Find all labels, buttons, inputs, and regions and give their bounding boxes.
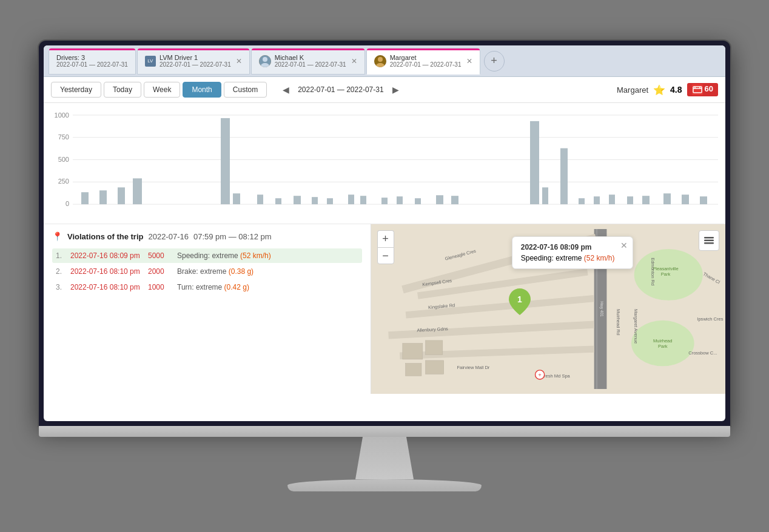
svg-text:750: 750 — [58, 133, 69, 141]
svg-rect-46 — [642, 196, 650, 204]
tab-lvm-icon: LV — [145, 56, 156, 67]
tab-lvm-date: 2022-07-01 — 2022-07-31 — [160, 61, 231, 68]
map-zoom-controls: + − — [377, 230, 394, 264]
tab-michael-avatar — [259, 55, 271, 67]
violation-2-time: 2022-07-16 08:10 pm — [70, 267, 143, 276]
svg-rect-35 — [397, 196, 403, 204]
tabs-bar: Drivers: 3 2022-07-01 — 2022-07-31 LV LV… — [44, 45, 725, 77]
violation-row-3[interactable]: 3. 2022-07-16 08:10 pm 1000 Turn: extrem… — [52, 280, 362, 294]
svg-rect-81 — [425, 361, 443, 374]
svg-rect-49 — [700, 196, 707, 204]
violations-date: 2022-07-16 — [148, 232, 189, 241]
current-date-range: 2022-07-01 — 2022-07-31 — [298, 85, 383, 94]
map-marker-1[interactable]: 1 — [509, 288, 531, 318]
period-month[interactable]: Month — [183, 82, 221, 98]
svg-point-4 — [378, 57, 383, 62]
svg-rect-84 — [704, 237, 714, 239]
driver-score-badge: 60 — [687, 83, 718, 96]
svg-rect-27 — [257, 195, 263, 204]
tab-michael-close[interactable]: ✕ — [351, 58, 357, 65]
svg-text:1: 1 — [517, 294, 522, 304]
violation-1-time: 2022-07-16 08:09 pm — [70, 251, 143, 260]
svg-rect-38 — [451, 196, 458, 204]
driver-score-value: 4.8 — [670, 85, 682, 95]
map-background: Pleasantville Park Muirhead Park — [371, 224, 725, 394]
tab-margaret[interactable]: Margaret 2022-07-01 — 2022-07-31 ✕ — [366, 48, 480, 75]
svg-rect-36 — [415, 198, 421, 204]
svg-rect-28 — [275, 198, 281, 204]
tab-lvm-title: LVM Driver 1 — [160, 54, 231, 61]
violation-2-num: 2. — [56, 267, 65, 276]
violation-3-num: 3. — [56, 283, 65, 291]
svg-text:0: 0 — [65, 200, 69, 207]
svg-rect-34 — [381, 198, 388, 204]
svg-text:Fairview Mall Dr: Fairview Mall Dr — [457, 365, 489, 370]
period-week[interactable]: Week — [144, 82, 180, 98]
svg-text:Crossbow C...: Crossbow C... — [688, 350, 717, 356]
violation-1-num: 1. — [56, 251, 65, 260]
tab-lvm[interactable]: LV LVM Driver 1 2022-07-01 — 2022-07-31 … — [137, 48, 250, 75]
map-panel[interactable]: Pleasantville Park Muirhead Park — [371, 224, 725, 394]
svg-rect-32 — [348, 195, 354, 204]
svg-rect-39 — [530, 121, 539, 204]
svg-rect-86 — [704, 242, 714, 244]
map-tooltip-date: 2022-07-16 08:09 pm — [521, 243, 624, 251]
violation-row-2[interactable]: 2. 2022-07-16 08:10 pm 2000 Brake: extre… — [52, 264, 362, 279]
svg-text:Margaret Avenue: Margaret Avenue — [633, 309, 638, 344]
svg-rect-33 — [360, 196, 366, 204]
star-icon: ⭐ — [653, 84, 665, 96]
svg-rect-79 — [425, 341, 442, 355]
next-date-arrow[interactable]: ▶ — [389, 84, 403, 96]
map-tooltip: ✕ 2022-07-16 08:09 pm Speeding: extreme … — [512, 236, 633, 269]
driver-score-section: Margaret ⭐ 4.8 60 — [617, 83, 718, 96]
tab-margaret-date: 2022-07-01 — 2022-07-31 — [390, 61, 462, 68]
controls-bar: Yesterday Today Week Month Custom ◀ 2022… — [44, 77, 725, 103]
violations-panel: 📍 Violations of the trip 2022-07-16 07:5… — [44, 224, 371, 394]
period-today[interactable]: Today — [104, 82, 141, 98]
svg-rect-29 — [294, 196, 301, 204]
svg-rect-43 — [594, 196, 600, 204]
svg-rect-22 — [99, 190, 107, 204]
tab-michael-date: 2022-07-01 — 2022-07-31 — [275, 61, 346, 68]
svg-rect-24 — [133, 178, 142, 204]
tab-drivers-date: 2022-07-01 — 2022-07-31 — [56, 61, 128, 68]
svg-rect-44 — [609, 195, 615, 204]
violations-title: Violations of the trip — [67, 232, 143, 241]
svg-rect-41 — [560, 148, 568, 204]
svg-text:Ipswich Cres: Ipswich Cres — [697, 316, 723, 322]
period-custom[interactable]: Custom — [224, 82, 267, 98]
map-layers-button[interactable] — [699, 230, 719, 251]
zoom-out-button[interactable]: − — [377, 247, 394, 264]
svg-rect-85 — [704, 240, 714, 242]
tab-margaret-close[interactable]: ✕ — [466, 58, 472, 65]
tab-drivers[interactable]: Drivers: 3 2022-07-01 — 2022-07-31 — [49, 48, 136, 75]
period-yesterday[interactable]: Yesterday — [51, 82, 101, 98]
driver-score-name: Margaret — [617, 85, 648, 95]
svg-point-1 — [263, 57, 267, 62]
svg-text:Park: Park — [660, 271, 670, 277]
svg-rect-47 — [663, 193, 671, 204]
svg-rect-48 — [682, 195, 689, 204]
svg-text:Hwy 401: Hwy 401 — [599, 301, 604, 317]
svg-rect-80 — [405, 364, 421, 376]
tab-drivers-title: Drivers: 3 — [56, 54, 128, 61]
svg-rect-25 — [221, 118, 230, 204]
add-tab-button[interactable]: + — [484, 51, 505, 71]
svg-rect-21 — [81, 192, 89, 204]
tab-michael[interactable]: Michael K 2022-07-01 — 2022-07-31 ✕ — [251, 48, 365, 75]
violation-1-desc: Speeding: extreme (52 km/h) — [177, 251, 271, 260]
tab-lvm-close[interactable]: ✕ — [236, 58, 242, 65]
violation-3-points: 1000 — [148, 283, 172, 291]
date-navigation: ◀ 2022-07-01 — 2022-07-31 ▶ — [279, 84, 402, 96]
violation-2-points: 2000 — [148, 267, 172, 276]
svg-text:500: 500 — [58, 156, 69, 163]
prev-date-arrow[interactable]: ◀ — [279, 84, 293, 96]
zoom-in-button[interactable]: + — [377, 230, 394, 247]
svg-rect-30 — [312, 197, 318, 204]
svg-rect-78 — [402, 344, 422, 359]
violation-row-1[interactable]: 1. 2022-07-16 08:09 pm 5000 Speeding: ex… — [52, 248, 362, 263]
map-tooltip-close[interactable]: ✕ — [620, 241, 628, 250]
tab-margaret-avatar — [374, 55, 386, 67]
svg-text:250: 250 — [58, 178, 69, 185]
svg-text:Park: Park — [658, 344, 668, 349]
